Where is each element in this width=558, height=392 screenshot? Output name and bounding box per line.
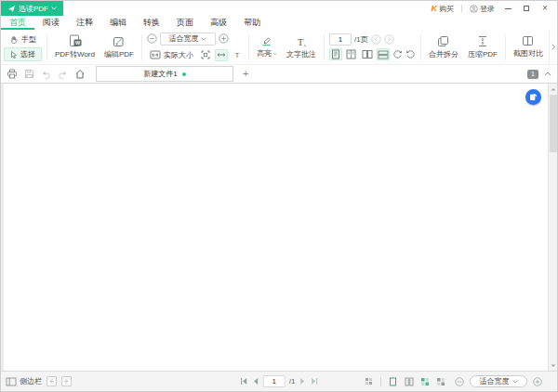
new-tab-button[interactable]: + — [240, 69, 251, 79]
undo-button[interactable] — [41, 70, 51, 79]
scroll-down-button[interactable] — [549, 360, 558, 371]
toolbar-more-button[interactable] — [549, 30, 557, 64]
minimize-button[interactable] — [502, 3, 513, 14]
app-menu-button[interactable]: 迅读PDF — [1, 1, 63, 16]
hand-tool-button[interactable]: 手型 — [4, 33, 42, 46]
compress-icon — [477, 35, 488, 47]
menu-item-read[interactable]: 阅读 — [34, 16, 68, 30]
svg-text:W: W — [75, 40, 81, 46]
buy-button[interactable]: K 购买 — [432, 4, 455, 14]
scrollbar-thumb[interactable] — [550, 95, 557, 152]
scroll-up-button[interactable] — [549, 84, 558, 94]
pointer-tools-group: 手型 选择 — [2, 33, 44, 61]
collapse-toolbar-button[interactable] — [544, 72, 551, 76]
toolbar-page-input[interactable] — [329, 33, 352, 46]
toolbar-divider — [420, 34, 421, 60]
caret-down-icon — [201, 37, 206, 41]
statusbar: 侧边栏 /1 — [1, 371, 557, 391]
zoom-out-button[interactable] — [147, 33, 157, 44]
thumbnail-grid-icon — [365, 377, 373, 385]
menu-item-convert[interactable]: 转换 — [135, 16, 168, 30]
statusbar-right: 适合宽度 — [363, 375, 542, 387]
chevron-right-icon — [551, 44, 555, 50]
close-button[interactable]: × — [539, 3, 551, 14]
compress-pdf-label: 压缩PDF — [468, 49, 498, 59]
edit-pdf-button[interactable]: 编辑PDF — [100, 33, 139, 61]
continuous-layout-button[interactable] — [377, 48, 390, 60]
sidebar-toggle-button[interactable]: 侧边栏 — [6, 376, 42, 386]
thumbnail-view-button[interactable] — [363, 375, 375, 387]
print-button[interactable] — [7, 69, 18, 79]
menu-item-advanced[interactable]: 高级 — [202, 16, 235, 30]
text-annotation-label: 文字批注 — [286, 49, 316, 59]
home-icon — [74, 69, 86, 79]
statusbar-zoom-out-button[interactable] — [455, 377, 464, 386]
select-tool-button[interactable]: 选择 — [4, 47, 42, 61]
first-page-icon — [240, 377, 248, 385]
view-continuous-facing-button[interactable] — [434, 375, 446, 387]
view-continuous-button[interactable] — [418, 375, 431, 387]
history-back-button[interactable] — [46, 376, 57, 386]
highlight-button[interactable]: 高亮 — [252, 33, 282, 60]
next-page-button[interactable] — [299, 377, 306, 385]
rotate-ccw-button[interactable] — [405, 49, 416, 59]
view-continuous-icon — [420, 377, 430, 386]
printer-icon — [7, 69, 18, 79]
screenshot-compare-button[interactable]: 截图对比 — [509, 33, 548, 60]
floating-tool-button[interactable] — [525, 89, 541, 105]
book-layout-button[interactable] — [361, 48, 374, 60]
menu-item-pages[interactable]: 页面 — [168, 16, 202, 30]
save-button[interactable] — [24, 69, 34, 79]
login-button[interactable]: 登录 — [470, 4, 495, 14]
fit-width-button[interactable] — [215, 49, 228, 61]
tabbar-right: 1 — [527, 70, 551, 79]
view-single-button[interactable] — [387, 375, 399, 387]
text-annotation-icon: T — [296, 35, 307, 47]
zoom-in-button[interactable] — [219, 33, 229, 44]
first-page-button[interactable] — [240, 377, 248, 385]
menu-item-help[interactable]: 帮助 — [235, 16, 269, 30]
last-page-button[interactable] — [310, 377, 318, 385]
highlighter-icon — [260, 35, 272, 46]
zoom-out-icon — [455, 377, 464, 386]
rotate-cw-button[interactable] — [392, 49, 403, 59]
menu-item-annotate[interactable]: 注释 — [68, 16, 101, 30]
zoom-level-select[interactable]: 适合宽度 — [160, 33, 216, 46]
pdf-to-word-button[interactable]: W PDF转Word — [50, 33, 100, 61]
highlight-label: 高亮 — [257, 48, 272, 59]
user-icon — [470, 5, 478, 13]
text-annotation-button[interactable]: T 文字批注 — [282, 33, 321, 61]
document-tab[interactable]: 新建文件1 — [96, 66, 233, 82]
prev-page-button[interactable] — [252, 377, 259, 385]
redo-button[interactable] — [58, 70, 68, 79]
next-page-circle-button[interactable] — [384, 34, 394, 45]
toolbar-divider — [505, 34, 506, 60]
statusbar-zoom-in-button[interactable] — [533, 377, 542, 386]
tabbar: 新建文件1 + 1 — [1, 65, 557, 84]
maximize-button[interactable] — [521, 3, 532, 14]
view-facing-button[interactable] — [403, 375, 415, 387]
menu-item-edit[interactable]: 编辑 — [101, 16, 135, 30]
merge-split-button[interactable]: 合并拆分 — [424, 33, 463, 61]
edit-pdf-label: 编辑PDF — [104, 49, 134, 59]
history-forward-button[interactable] — [61, 376, 72, 386]
caret-down-icon — [512, 380, 518, 384]
statusbar-page-total: /1 — [289, 377, 296, 385]
statusbar-zoom-select[interactable]: 适合宽度 — [470, 375, 527, 387]
actual-size-button[interactable]: 实际大小 — [147, 48, 196, 62]
prev-page-circle-button[interactable] — [371, 34, 381, 45]
menubar: 首页 阅读 注释 编辑 转换 页面 高级 帮助 — [1, 16, 557, 30]
sidebar-icon — [6, 377, 17, 386]
single-page-layout-button[interactable] — [329, 48, 342, 60]
menu-item-home[interactable]: 首页 — [1, 16, 34, 30]
two-page-layout-button[interactable] — [345, 48, 358, 60]
document-canvas[interactable] — [1, 84, 557, 371]
fit-page-button[interactable] — [199, 49, 212, 61]
statusbar-page-input[interactable] — [263, 375, 286, 387]
toolbar-page-total: /1页 — [354, 34, 368, 45]
vertical-scrollbar[interactable] — [548, 84, 557, 371]
home-button[interactable] — [74, 69, 86, 79]
compress-pdf-button[interactable]: 压缩PDF — [463, 33, 502, 61]
text-width-button[interactable]: T — [231, 49, 244, 61]
single-page-icon — [331, 49, 340, 59]
